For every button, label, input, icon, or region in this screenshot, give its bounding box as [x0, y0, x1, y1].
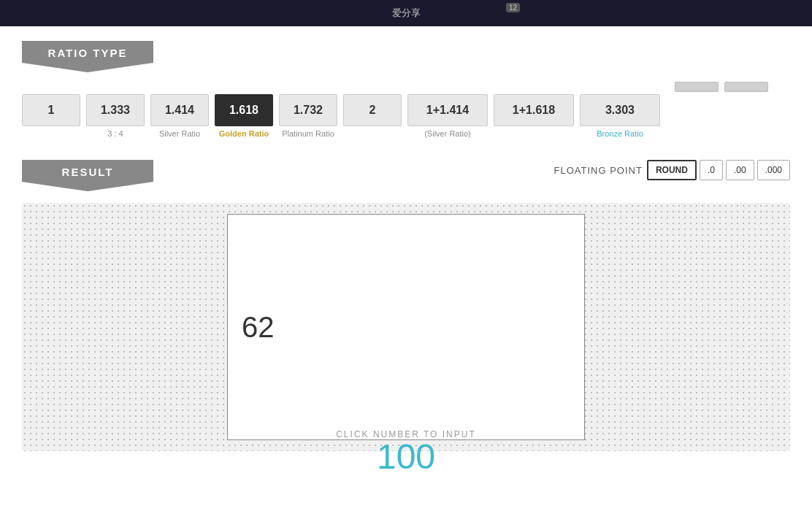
ratio-label-4: Platinum Ratio [282, 129, 334, 138]
top-right-buttons [675, 82, 768, 92]
fp-button-0[interactable]: ROUND [647, 160, 697, 180]
ratio-label-2: Silver Ratio [159, 129, 200, 138]
ratio-button-2[interactable]: 1.414 [150, 94, 209, 126]
ratio-item-1: 1.3333 : 4 [86, 94, 145, 138]
ratio-item-3: 1.618Golden Ratio [215, 94, 273, 138]
ratio-label-1: 3 : 4 [107, 129, 123, 138]
top-bar-title: 爱分享 [392, 7, 421, 20]
fp-buttons: ROUND.0.00.000 [647, 160, 790, 180]
ratio-row: 11.3333 : 41.414Silver Ratio1.618Golden … [22, 94, 790, 138]
top-bar-badge: 12 [506, 3, 520, 12]
top-button-1[interactable] [675, 82, 719, 92]
ratio-button-5[interactable]: 2 [343, 94, 402, 126]
result-section: RESULT FLOATING POINT ROUND.0.00.000 62 … [22, 160, 790, 451]
height-value[interactable]: 62 [242, 311, 275, 344]
main-content: RATIO TYPE 11.3333 : 41.414Silver Ratio1… [0, 26, 812, 466]
ratio-button-4[interactable]: 1.732 [279, 94, 337, 126]
result-label: RESULT [22, 160, 153, 191]
ratio-button-3[interactable]: 1.618 [215, 94, 273, 126]
fp-button-2[interactable]: .00 [726, 160, 754, 180]
rect-box [227, 214, 585, 440]
fp-label: FLOATING POINT [554, 165, 643, 176]
ratio-item-4: 1.732Platinum Ratio [279, 94, 337, 138]
result-area: 62 100 CLICK NUMBER TO INPUT [22, 203, 790, 451]
floating-point-controls: FLOATING POINT ROUND.0.00.000 [554, 160, 790, 180]
ratio-button-1[interactable]: 1.333 [86, 94, 145, 126]
top-bar: 爱分享 12 [0, 0, 812, 26]
fp-button-1[interactable]: .0 [700, 160, 723, 180]
ratio-item-8: 3.303Bronze Ratio [580, 94, 660, 138]
ratio-item-6: 1+1.414(Silver Ratio) [407, 94, 488, 138]
top-button-2[interactable] [724, 82, 768, 92]
ratio-item-5: 2 [343, 94, 402, 129]
ratio-item-0: 1 [22, 94, 80, 129]
width-value[interactable]: 100 [377, 437, 435, 477]
ratio-button-8[interactable]: 3.303 [580, 94, 660, 126]
rect-container: 62 100 [227, 214, 585, 440]
ratio-button-7[interactable]: 1+1.618 [494, 94, 574, 126]
ratio-label-8: Bronze Ratio [597, 129, 643, 138]
ratio-label-6: (Silver Ratio) [424, 129, 471, 138]
click-hint: CLICK NUMBER TO INPUT [22, 429, 790, 439]
ratio-type-label: RATIO TYPE [22, 41, 153, 72]
ratio-item-7: 1+1.618 [494, 94, 574, 129]
ratio-button-0[interactable]: 1 [22, 94, 80, 126]
fp-button-3[interactable]: .000 [757, 160, 790, 180]
ratio-item-2: 1.414Silver Ratio [150, 94, 209, 138]
ratio-button-6[interactable]: 1+1.414 [407, 94, 488, 126]
ratio-label-3: Golden Ratio [219, 129, 269, 138]
